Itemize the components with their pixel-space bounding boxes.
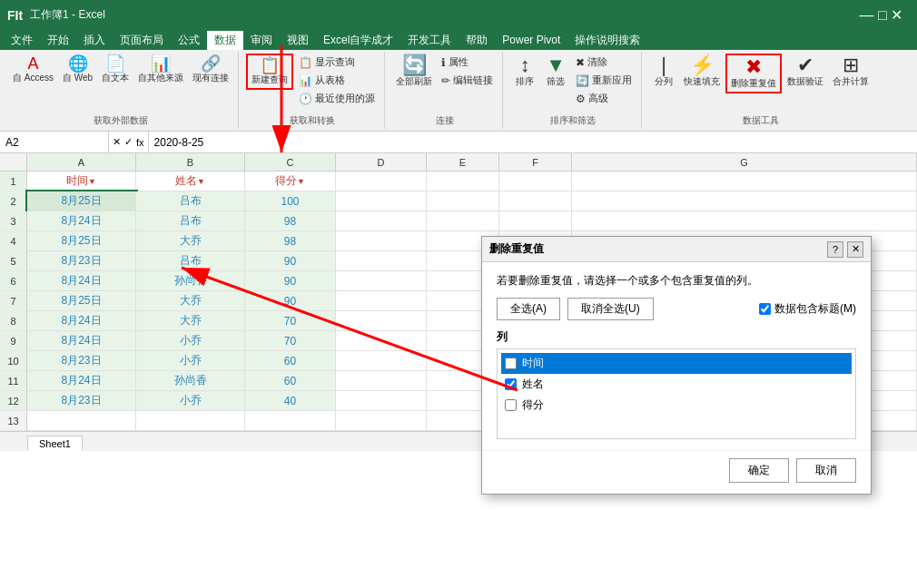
ribbon-btn-split[interactable]: | 分列 bbox=[649, 54, 678, 90]
menu-review[interactable]: 审阅 bbox=[243, 31, 280, 50]
ribbon-btn-new-query[interactable]: 📋 新建查询 bbox=[246, 54, 293, 90]
cell-B6[interactable]: 孙尚香 bbox=[136, 271, 245, 291]
menu-view[interactable]: 视图 bbox=[280, 31, 316, 50]
ribbon-btn-validate[interactable]: ✔ 数据验证 bbox=[784, 54, 827, 90]
dialog-column-checkbox-time[interactable] bbox=[505, 358, 517, 369]
cell-D12[interactable] bbox=[336, 391, 427, 411]
cell-C12[interactable]: 40 bbox=[245, 391, 336, 411]
cell-A2[interactable]: 8月25日 bbox=[27, 191, 136, 211]
ribbon-btn-merge[interactable]: ⊞ 合并计算 bbox=[829, 54, 873, 90]
ribbon-btn-show-query[interactable]: 📋 显示查询 bbox=[295, 54, 379, 71]
cell-B5[interactable]: 吕布 bbox=[136, 251, 245, 271]
ribbon-btn-from-table[interactable]: 📊 从表格 bbox=[295, 72, 379, 89]
menu-data[interactable]: 数据 bbox=[207, 31, 243, 50]
col-header-C[interactable]: C bbox=[245, 153, 336, 171]
col-header-D[interactable]: D bbox=[336, 153, 427, 171]
ribbon-btn-refresh[interactable]: 🔄 全部刷新 bbox=[392, 54, 436, 90]
cell-B1[interactable]: 姓名 ▼ bbox=[136, 172, 245, 191]
cell-E3[interactable] bbox=[427, 211, 499, 231]
menu-layout[interactable]: 页面布局 bbox=[113, 31, 171, 50]
cell-A11[interactable]: 8月24日 bbox=[27, 371, 136, 391]
ribbon-btn-reapply[interactable]: 🔄 重新应用 bbox=[572, 72, 636, 89]
col-header-G[interactable]: G bbox=[572, 153, 917, 171]
cell-A1[interactable]: 时间 ▼ bbox=[27, 172, 136, 191]
cell-C11[interactable]: 60 bbox=[245, 371, 336, 391]
menu-start[interactable]: 开始 bbox=[40, 31, 76, 50]
cell-A9[interactable]: 8月24日 bbox=[27, 331, 136, 351]
cell-A13[interactable] bbox=[27, 411, 136, 431]
menu-file[interactable]: 文件 bbox=[4, 31, 40, 50]
col-header-B[interactable]: B bbox=[136, 153, 245, 171]
ribbon-btn-filter[interactable]: ▼ 筛选 bbox=[541, 54, 570, 90]
cell-A6[interactable]: 8月24日 bbox=[27, 271, 136, 291]
cell-C2[interactable]: 100 bbox=[245, 191, 336, 211]
col-header-A[interactable]: A bbox=[27, 153, 136, 171]
cell-C5[interactable]: 90 bbox=[245, 251, 336, 271]
dialog-header-checkbox[interactable] bbox=[759, 303, 771, 315]
ribbon-btn-recent[interactable]: 🕐 最近使用的源 bbox=[295, 90, 379, 107]
menu-search[interactable]: 操作说明搜索 bbox=[567, 31, 647, 50]
dialog-close-btn[interactable]: ✕ bbox=[847, 241, 863, 258]
menu-insert[interactable]: 插入 bbox=[76, 31, 113, 50]
insert-function-icon[interactable]: fx bbox=[136, 137, 144, 148]
cell-F2[interactable] bbox=[499, 191, 572, 211]
cell-G2[interactable] bbox=[572, 191, 917, 211]
cell-A4[interactable]: 8月25日 bbox=[27, 231, 136, 251]
dialog-select-all-btn[interactable]: 全选(A) bbox=[497, 298, 560, 320]
name-box[interactable]: A2 bbox=[0, 132, 109, 152]
cell-D11[interactable] bbox=[336, 371, 427, 391]
dialog-cancel-btn[interactable]: 取消 bbox=[796, 458, 856, 483]
dialog-column-item-name[interactable]: 姓名 bbox=[501, 374, 852, 395]
ribbon-btn-text[interactable]: 📄 自文本 bbox=[98, 54, 133, 86]
cell-A5[interactable]: 8月23日 bbox=[27, 251, 136, 271]
cell-B2[interactable]: 吕布 bbox=[136, 191, 245, 211]
cell-C7[interactable]: 90 bbox=[245, 291, 336, 311]
cell-A8[interactable]: 8月24日 bbox=[27, 311, 136, 331]
cell-C13[interactable] bbox=[245, 411, 336, 431]
cell-A7[interactable]: 8月25日 bbox=[27, 291, 136, 311]
cell-F3[interactable] bbox=[499, 211, 572, 231]
cell-D6[interactable] bbox=[336, 271, 427, 291]
cell-D4[interactable] bbox=[336, 231, 427, 251]
cell-E2[interactable] bbox=[427, 191, 499, 211]
menu-excel-learn[interactable]: Excel自学成才 bbox=[316, 31, 400, 50]
menu-dev[interactable]: 开发工具 bbox=[400, 31, 458, 50]
cell-G1[interactable] bbox=[572, 172, 917, 191]
ribbon-btn-clear[interactable]: ✖ 清除 bbox=[572, 54, 636, 71]
dialog-help-btn[interactable]: ? bbox=[827, 241, 843, 258]
cell-F1[interactable] bbox=[499, 172, 572, 191]
ribbon-btn-existing[interactable]: 🔗 现有连接 bbox=[189, 54, 232, 86]
cell-C9[interactable]: 70 bbox=[245, 331, 336, 351]
ribbon-btn-properties[interactable]: ℹ 属性 bbox=[438, 54, 497, 71]
confirm-formula-icon[interactable]: ✓ bbox=[124, 136, 133, 148]
ribbon-btn-access[interactable]: A 自 Access bbox=[9, 54, 57, 86]
menu-help[interactable]: 帮助 bbox=[458, 31, 495, 50]
cell-D9[interactable] bbox=[336, 331, 427, 351]
cell-D1[interactable] bbox=[336, 172, 427, 191]
sheet-tab-1[interactable]: Sheet1 bbox=[27, 436, 83, 451]
ribbon-btn-edit-links[interactable]: ✏ 编辑链接 bbox=[438, 72, 497, 89]
cell-D10[interactable] bbox=[336, 351, 427, 371]
col-header-F[interactable]: F bbox=[499, 153, 572, 171]
cell-C3[interactable]: 98 bbox=[245, 211, 336, 231]
cell-B13[interactable] bbox=[136, 411, 245, 431]
ribbon-btn-flash-fill[interactable]: ⚡ 快速填充 bbox=[680, 54, 724, 90]
menu-formula[interactable]: 公式 bbox=[171, 31, 207, 50]
cell-D8[interactable] bbox=[336, 311, 427, 331]
cell-E1[interactable] bbox=[427, 172, 499, 191]
cell-D2[interactable] bbox=[336, 191, 427, 211]
dialog-column-checkbox-score[interactable] bbox=[505, 399, 517, 411]
ribbon-btn-sort[interactable]: ↕ 排序 bbox=[510, 54, 539, 90]
dialog-column-item-time[interactable]: 时间 bbox=[501, 353, 852, 374]
dialog-ok-btn[interactable]: 确定 bbox=[729, 458, 789, 483]
cell-B8[interactable]: 大乔 bbox=[136, 311, 245, 331]
cell-C8[interactable]: 70 bbox=[245, 311, 336, 331]
cell-A12[interactable]: 8月23日 bbox=[27, 391, 136, 411]
cell-B12[interactable]: 小乔 bbox=[136, 391, 245, 411]
cell-C4[interactable]: 98 bbox=[245, 231, 336, 251]
cell-G3[interactable] bbox=[572, 211, 917, 231]
menu-power-pivot[interactable]: Power Pivot bbox=[495, 32, 567, 48]
cell-A10[interactable]: 8月23日 bbox=[27, 351, 136, 371]
cell-D7[interactable] bbox=[336, 291, 427, 311]
ribbon-btn-remove-dup[interactable]: ✖ 删除重复值 bbox=[725, 54, 782, 93]
